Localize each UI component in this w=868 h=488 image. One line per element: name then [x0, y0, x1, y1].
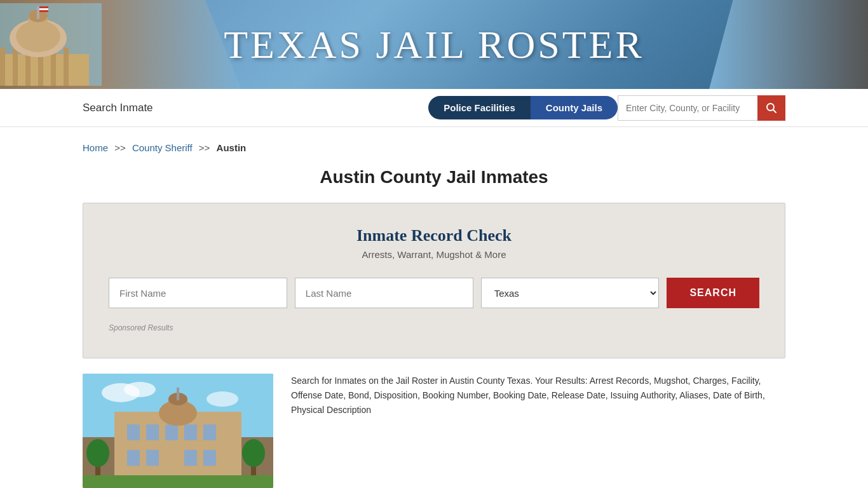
svg-line-17	[773, 109, 776, 112]
svg-rect-26	[184, 424, 197, 440]
state-select[interactable]: AlabamaAlaskaArizonaArkansasCaliforniaCo…	[481, 278, 660, 308]
svg-rect-3	[13, 48, 18, 86]
austin-county-image	[83, 374, 273, 488]
record-check-title: Inmate Record Check	[109, 226, 759, 245]
svg-rect-2	[0, 48, 5, 86]
nav-search-wrap	[618, 95, 785, 121]
svg-rect-23	[127, 424, 140, 440]
svg-point-37	[86, 439, 109, 467]
county-jails-button[interactable]: County Jails	[531, 96, 618, 119]
breadcrumb: Home >> County Sheriff >> Austin	[0, 127, 868, 161]
record-check-box: Inmate Record Check Arrests, Warrant, Mu…	[83, 203, 785, 358]
svg-rect-40	[83, 475, 273, 488]
search-icon	[766, 102, 777, 114]
svg-point-39	[242, 439, 265, 467]
breadcrumb-home[interactable]: Home	[83, 142, 108, 153]
bottom-description: Search for Inmates on the Jail Roster in…	[291, 374, 785, 417]
svg-rect-29	[146, 450, 159, 466]
capitol-dome-svg	[0, 3, 102, 86]
site-title: Texas Jail Roster	[224, 22, 644, 67]
breadcrumb-county-sheriff[interactable]: County Sheriff	[132, 142, 193, 153]
svg-rect-14	[39, 6, 48, 8]
breadcrumb-sep1: >>	[114, 142, 126, 153]
nav-search-button[interactable]	[757, 95, 785, 121]
last-name-input[interactable]	[295, 278, 473, 308]
bottom-section: Search for Inmates on the Jail Roster in…	[0, 374, 868, 488]
svg-rect-31	[203, 450, 216, 466]
nav-bar: Search Inmate Police Facilities County J…	[0, 89, 868, 127]
record-check-form: AlabamaAlaskaArizonaArkansasCaliforniaCo…	[109, 278, 759, 308]
svg-rect-28	[127, 450, 140, 466]
svg-rect-24	[146, 424, 159, 440]
header-banner: Texas Jail Roster	[0, 0, 868, 89]
first-name-input[interactable]	[109, 278, 287, 308]
svg-rect-35	[177, 388, 179, 400]
svg-rect-27	[203, 424, 216, 440]
nav-search-input[interactable]	[618, 95, 757, 121]
breadcrumb-current: Austin	[217, 142, 247, 153]
police-facilities-button[interactable]: Police Facilities	[428, 96, 531, 119]
nav-right: Police Facilities County Jails	[428, 95, 785, 121]
keys-image	[709, 0, 868, 89]
page-title: Austin County Jail Inmates	[0, 167, 868, 187]
svg-point-21	[207, 391, 238, 407]
svg-point-20	[124, 382, 156, 397]
breadcrumb-sep2: >>	[199, 142, 210, 153]
search-button[interactable]: SEARCH	[667, 278, 759, 308]
svg-rect-15	[39, 8, 48, 10]
svg-rect-30	[184, 450, 197, 466]
svg-rect-25	[165, 424, 178, 440]
sponsored-label: Sponsored Results	[109, 323, 759, 332]
record-check-subtitle: Arrests, Warrant, Mugshot & More	[109, 249, 759, 260]
svg-rect-7	[64, 48, 69, 86]
search-inmate-label: Search Inmate	[83, 102, 153, 114]
building-svg	[83, 374, 273, 488]
svg-rect-12	[37, 6, 39, 19]
